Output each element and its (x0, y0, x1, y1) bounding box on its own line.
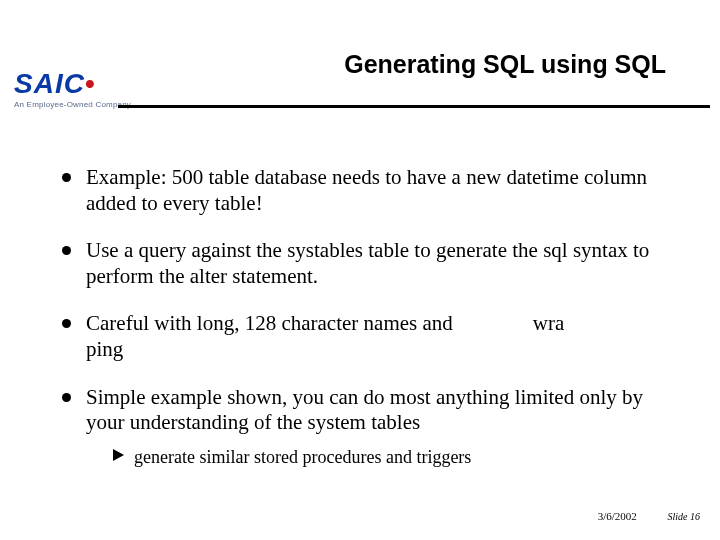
footer-date: 3/6/2002 (598, 510, 637, 522)
list-item: Careful with long, 128 character names a… (60, 311, 675, 362)
logo: SAIC• An Employee-Owned Company (14, 70, 131, 109)
content-area: Example: 500 table database needs to hav… (60, 165, 675, 490)
bullet-text: Use a query against the systables table … (86, 238, 649, 288)
logo-tagline: An Employee-Owned Company (14, 100, 131, 109)
svg-marker-0 (113, 449, 124, 461)
bullet-text-frag: ping (86, 337, 123, 361)
bullet-list: Example: 500 table database needs to hav… (60, 165, 675, 468)
logo-main: SAIC (14, 68, 85, 99)
bullet-text: Example: 500 table database needs to hav… (86, 165, 647, 215)
logo-accent-dot: • (85, 68, 96, 99)
page-title: Generating SQL using SQL (344, 50, 666, 79)
bullet-text-frag: wra (533, 311, 564, 335)
list-item: Simple example shown, you can do most an… (60, 385, 675, 469)
bullet-text: Simple example shown, you can do most an… (86, 385, 643, 435)
slide: Generating SQL using SQL SAIC• An Employ… (0, 0, 720, 540)
sub-list: generate similar stored procedures and t… (86, 446, 675, 469)
horizontal-rule (118, 105, 710, 108)
footer: 3/6/2002 Slide 16 (598, 510, 700, 522)
sub-bullet-text: generate similar stored procedures and t… (134, 447, 471, 467)
list-item: Use a query against the systables table … (60, 238, 675, 289)
list-item: Example: 500 table database needs to hav… (60, 165, 675, 216)
logo-text: SAIC• (14, 70, 131, 98)
footer-slide-number: Slide 16 (668, 511, 701, 522)
bullet-text-frag: Careful with long, 128 character names a… (86, 311, 453, 335)
arrow-icon (112, 448, 126, 462)
sub-list-item: generate similar stored procedures and t… (114, 446, 675, 469)
